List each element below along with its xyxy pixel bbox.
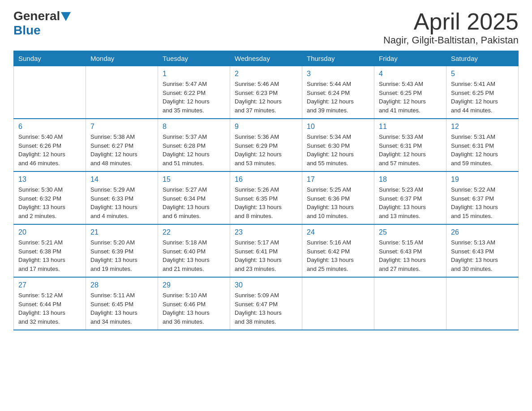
- day-info: Sunrise: 5:44 AM Sunset: 6:24 PM Dayligh…: [307, 80, 369, 115]
- day-number: 30: [235, 281, 297, 289]
- day-info: Sunrise: 5:37 AM Sunset: 6:28 PM Dayligh…: [163, 133, 225, 167]
- day-number: 11: [379, 123, 442, 131]
- day-number: 8: [163, 123, 225, 131]
- calendar-cell: 29Sunrise: 5:10 AM Sunset: 6:46 PM Dayli…: [158, 277, 230, 330]
- calendar-cell: 15Sunrise: 5:27 AM Sunset: 6:34 PM Dayli…: [158, 171, 230, 224]
- day-number: 19: [451, 176, 514, 184]
- calendar-cell: 12Sunrise: 5:31 AM Sunset: 6:31 PM Dayli…: [446, 119, 519, 171]
- calendar-header-row: SundayMondayTuesdayWednesdayThursdayFrid…: [14, 51, 519, 66]
- day-number: 24: [307, 228, 369, 236]
- calendar-week-row: 6Sunrise: 5:40 AM Sunset: 6:26 PM Daylig…: [14, 119, 519, 171]
- weekday-header-saturday: Saturday: [446, 51, 519, 66]
- day-info: Sunrise: 5:38 AM Sunset: 6:27 PM Dayligh…: [90, 133, 153, 167]
- calendar-cell: [374, 277, 446, 330]
- day-info: Sunrise: 5:30 AM Sunset: 6:32 PM Dayligh…: [18, 185, 81, 220]
- page-header: General Blue April 2025 Nagir, Gilgit-Ba…: [13, 9, 519, 46]
- day-info: Sunrise: 5:15 AM Sunset: 6:43 PM Dayligh…: [379, 238, 442, 273]
- weekday-header-tuesday: Tuesday: [158, 51, 230, 66]
- day-number: 5: [451, 70, 514, 78]
- calendar-cell: 13Sunrise: 5:30 AM Sunset: 6:32 PM Dayli…: [14, 171, 86, 224]
- calendar-cell: 22Sunrise: 5:18 AM Sunset: 6:40 PM Dayli…: [158, 224, 230, 277]
- weekday-header-thursday: Thursday: [302, 51, 374, 66]
- page-subtitle: Nagir, Gilgit-Baltistan, Pakistan: [383, 34, 519, 46]
- calendar-cell: 1Sunrise: 5:47 AM Sunset: 6:22 PM Daylig…: [158, 66, 230, 119]
- day-number: 22: [163, 228, 225, 236]
- calendar-cell: 10Sunrise: 5:34 AM Sunset: 6:30 PM Dayli…: [302, 119, 374, 171]
- calendar-table: SundayMondayTuesdayWednesdayThursdayFrid…: [13, 51, 519, 330]
- calendar-week-row: 27Sunrise: 5:12 AM Sunset: 6:44 PM Dayli…: [14, 277, 519, 330]
- day-number: 3: [307, 70, 369, 78]
- logo-blue-text: Blue: [13, 23, 41, 37]
- calendar-cell: 21Sunrise: 5:20 AM Sunset: 6:39 PM Dayli…: [86, 224, 158, 277]
- calendar-cell: 9Sunrise: 5:36 AM Sunset: 6:29 PM Daylig…: [230, 119, 302, 171]
- day-number: 18: [379, 176, 442, 184]
- day-number: 27: [18, 281, 81, 289]
- calendar-cell: [302, 277, 374, 330]
- logo-general-text: General: [13, 9, 60, 23]
- calendar-cell: 17Sunrise: 5:25 AM Sunset: 6:36 PM Dayli…: [302, 171, 374, 224]
- day-number: 23: [235, 228, 297, 236]
- calendar-cell: 5Sunrise: 5:41 AM Sunset: 6:25 PM Daylig…: [446, 66, 519, 119]
- day-number: 1: [163, 70, 225, 78]
- day-info: Sunrise: 5:13 AM Sunset: 6:43 PM Dayligh…: [451, 238, 514, 273]
- weekday-header-monday: Monday: [86, 51, 158, 66]
- logo-arrow-icon: [61, 12, 71, 21]
- weekday-header-friday: Friday: [374, 51, 446, 66]
- calendar-cell: 2Sunrise: 5:46 AM Sunset: 6:23 PM Daylig…: [230, 66, 302, 119]
- weekday-header-wednesday: Wednesday: [230, 51, 302, 66]
- day-number: 21: [90, 228, 153, 236]
- calendar-cell: [14, 66, 86, 119]
- day-number: 10: [307, 123, 369, 131]
- calendar-cell: [446, 277, 519, 330]
- calendar-week-row: 20Sunrise: 5:21 AM Sunset: 6:38 PM Dayli…: [14, 224, 519, 277]
- day-number: 7: [90, 123, 153, 131]
- calendar-cell: 24Sunrise: 5:16 AM Sunset: 6:42 PM Dayli…: [302, 224, 374, 277]
- calendar-cell: 6Sunrise: 5:40 AM Sunset: 6:26 PM Daylig…: [14, 119, 86, 171]
- calendar-cell: 30Sunrise: 5:09 AM Sunset: 6:47 PM Dayli…: [230, 277, 302, 330]
- day-number: 12: [451, 123, 514, 131]
- day-info: Sunrise: 5:16 AM Sunset: 6:42 PM Dayligh…: [307, 238, 369, 273]
- day-number: 26: [451, 228, 514, 236]
- day-info: Sunrise: 5:25 AM Sunset: 6:36 PM Dayligh…: [307, 185, 369, 220]
- day-info: Sunrise: 5:40 AM Sunset: 6:26 PM Dayligh…: [18, 133, 81, 167]
- calendar-cell: 11Sunrise: 5:33 AM Sunset: 6:31 PM Dayli…: [374, 119, 446, 171]
- calendar-cell: 25Sunrise: 5:15 AM Sunset: 6:43 PM Dayli…: [374, 224, 446, 277]
- day-number: 15: [163, 176, 225, 184]
- day-info: Sunrise: 5:31 AM Sunset: 6:31 PM Dayligh…: [451, 133, 514, 167]
- day-info: Sunrise: 5:46 AM Sunset: 6:23 PM Dayligh…: [235, 80, 297, 115]
- page-title: April 2025: [383, 9, 519, 34]
- day-number: 28: [90, 281, 153, 289]
- calendar-cell: 16Sunrise: 5:26 AM Sunset: 6:35 PM Dayli…: [230, 171, 302, 224]
- calendar-cell: 8Sunrise: 5:37 AM Sunset: 6:28 PM Daylig…: [158, 119, 230, 171]
- day-number: 6: [18, 123, 81, 131]
- day-info: Sunrise: 5:17 AM Sunset: 6:41 PM Dayligh…: [235, 238, 297, 273]
- day-number: 25: [379, 228, 442, 236]
- day-info: Sunrise: 5:26 AM Sunset: 6:35 PM Dayligh…: [235, 185, 297, 220]
- day-info: Sunrise: 5:09 AM Sunset: 6:47 PM Dayligh…: [235, 291, 297, 326]
- calendar-cell: 27Sunrise: 5:12 AM Sunset: 6:44 PM Dayli…: [14, 277, 86, 330]
- day-info: Sunrise: 5:43 AM Sunset: 6:25 PM Dayligh…: [379, 80, 442, 115]
- day-number: 16: [235, 176, 297, 184]
- day-info: Sunrise: 5:29 AM Sunset: 6:33 PM Dayligh…: [90, 185, 153, 220]
- day-info: Sunrise: 5:11 AM Sunset: 6:45 PM Dayligh…: [90, 291, 153, 326]
- calendar-week-row: 1Sunrise: 5:47 AM Sunset: 6:22 PM Daylig…: [14, 66, 519, 119]
- calendar-cell: 23Sunrise: 5:17 AM Sunset: 6:41 PM Dayli…: [230, 224, 302, 277]
- day-info: Sunrise: 5:34 AM Sunset: 6:30 PM Dayligh…: [307, 133, 369, 167]
- svg-marker-0: [61, 12, 71, 21]
- day-number: 29: [163, 281, 225, 289]
- day-info: Sunrise: 5:36 AM Sunset: 6:29 PM Dayligh…: [235, 133, 297, 167]
- calendar-cell: 28Sunrise: 5:11 AM Sunset: 6:45 PM Dayli…: [86, 277, 158, 330]
- day-info: Sunrise: 5:12 AM Sunset: 6:44 PM Dayligh…: [18, 291, 81, 326]
- day-info: Sunrise: 5:23 AM Sunset: 6:37 PM Dayligh…: [379, 185, 442, 220]
- calendar-cell: [86, 66, 158, 119]
- day-number: 13: [18, 176, 81, 184]
- calendar-cell: 18Sunrise: 5:23 AM Sunset: 6:37 PM Dayli…: [374, 171, 446, 224]
- calendar-week-row: 13Sunrise: 5:30 AM Sunset: 6:32 PM Dayli…: [14, 171, 519, 224]
- weekday-header-sunday: Sunday: [14, 51, 86, 66]
- day-info: Sunrise: 5:47 AM Sunset: 6:22 PM Dayligh…: [163, 80, 225, 115]
- day-info: Sunrise: 5:41 AM Sunset: 6:25 PM Dayligh…: [451, 80, 514, 115]
- day-number: 4: [379, 70, 442, 78]
- calendar-cell: 3Sunrise: 5:44 AM Sunset: 6:24 PM Daylig…: [302, 66, 374, 119]
- day-number: 14: [90, 176, 153, 184]
- calendar-cell: 14Sunrise: 5:29 AM Sunset: 6:33 PM Dayli…: [86, 171, 158, 224]
